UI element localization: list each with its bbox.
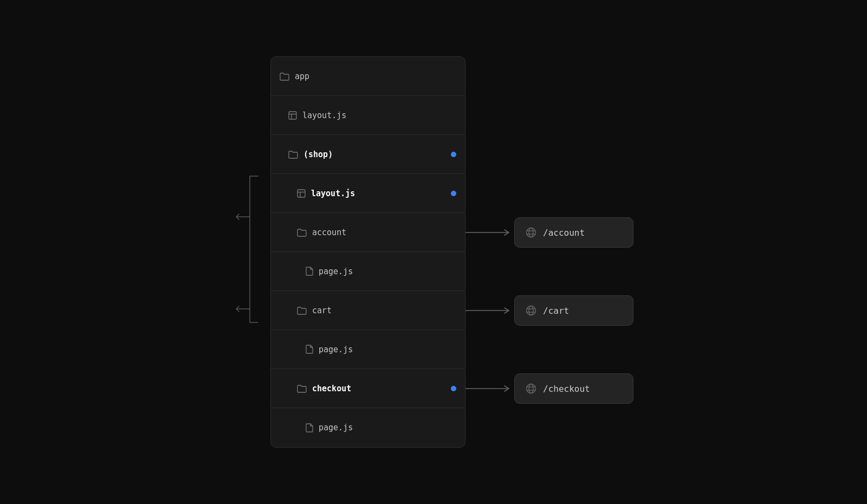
row-label: account <box>312 228 456 237</box>
tree-row: page.js <box>271 330 465 369</box>
row-label: app <box>295 72 456 81</box>
arrow-line <box>465 383 514 394</box>
svg-point-15 <box>529 306 533 315</box>
checkout-route-box: /checkout <box>514 373 633 404</box>
account-route-path: /account <box>543 228 585 238</box>
svg-point-9 <box>527 228 536 237</box>
tree-row: page.js <box>271 252 465 291</box>
tree-row: layout.js <box>271 174 465 213</box>
row-label: (shop) <box>303 150 445 159</box>
svg-rect-5 <box>297 190 305 197</box>
layout-icon <box>288 111 297 120</box>
layout-icon <box>297 189 306 198</box>
blue-dot <box>451 152 456 157</box>
account-route-row: /account <box>465 213 633 252</box>
folder-icon <box>288 150 298 159</box>
svg-rect-2 <box>289 112 296 119</box>
row-label: page.js <box>319 267 456 276</box>
arrow-svg <box>465 305 514 316</box>
svg-point-19 <box>527 384 536 393</box>
file-icon <box>306 423 313 432</box>
tree-row: account <box>271 213 465 252</box>
row-label: layout.js <box>302 111 346 120</box>
svg-point-14 <box>527 306 536 315</box>
cart-route-row: /cart <box>465 291 633 330</box>
file-icon <box>306 267 313 276</box>
checkout-route-path: /checkout <box>543 384 590 394</box>
tree-row: (shop) <box>271 135 465 174</box>
row-label: page.js <box>319 345 456 354</box>
folder-icon <box>297 306 307 315</box>
folder-icon <box>297 228 307 237</box>
cart-route-box: /cart <box>514 295 633 326</box>
tree-row: checkout <box>271 369 465 408</box>
tree-row: cart <box>271 291 465 330</box>
file-icon <box>306 345 313 354</box>
globe-icon <box>526 227 536 238</box>
arrow-svg <box>465 383 514 394</box>
row-label: cart <box>312 306 456 315</box>
globe-icon <box>526 383 536 394</box>
arrow-line <box>465 305 514 316</box>
tree-row: layout.js <box>271 96 465 135</box>
row-label: layout.js <box>311 189 445 198</box>
arrow-svg <box>465 227 514 238</box>
diagram-container: app layout.js (shop) <box>234 56 633 448</box>
row-label: page.js <box>319 423 456 432</box>
checkout-route-row: /checkout <box>465 369 633 408</box>
arrow-line <box>465 227 514 238</box>
tree-row: page.js <box>271 408 465 447</box>
file-tree: app layout.js (shop) <box>270 56 465 448</box>
folder-icon <box>280 72 289 81</box>
tree-row: app <box>271 57 465 96</box>
routes-area: /account /cart <box>465 57 633 447</box>
row-label: checkout <box>312 384 445 393</box>
bracket-area <box>234 165 266 339</box>
folder-icon <box>297 384 307 393</box>
cart-route-path: /cart <box>543 306 569 316</box>
svg-point-20 <box>529 384 533 393</box>
blue-dot <box>451 191 456 196</box>
svg-point-10 <box>529 228 533 237</box>
account-route-box: /account <box>514 217 633 248</box>
bracket-svg <box>234 165 266 339</box>
globe-icon <box>526 305 536 316</box>
blue-dot <box>451 386 456 391</box>
